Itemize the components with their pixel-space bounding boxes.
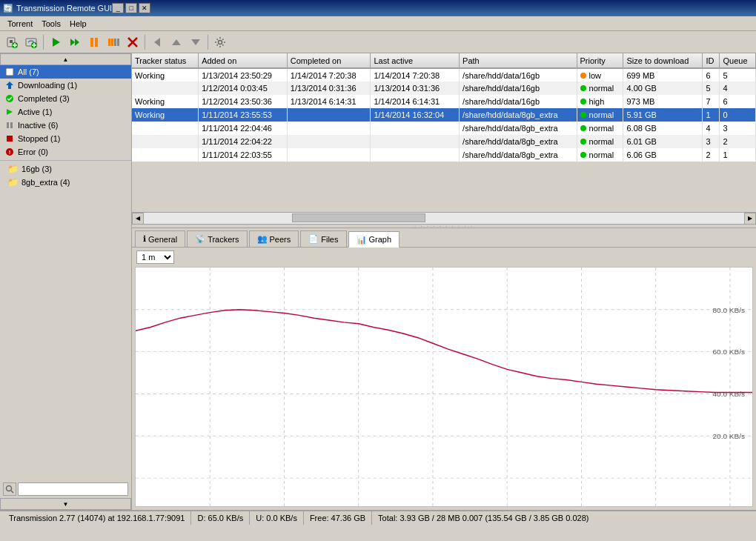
settings-button[interactable] — [211, 33, 229, 51]
table-row[interactable]: 1/11/2014 22:04:22 /share/hdd/data/8gb_e… — [132, 135, 756, 148]
sidebar-item-error[interactable]: ! Error (0) — [0, 145, 131, 159]
start-button[interactable] — [47, 33, 64, 51]
sidebar: ▲ All (7) Downloading (1) Completed (3) … — [0, 53, 132, 510]
menu-torrent[interactable]: Torrent — [3, 18, 37, 30]
table-row[interactable]: Working 1/12/2014 23:50:36 1/13/2014 6:1… — [132, 95, 756, 108]
svg-marker-26 — [6, 82, 13, 89]
h-scroll-track[interactable] — [144, 213, 744, 224]
sidebar-scroll-down[interactable]: ▼ — [0, 498, 131, 510]
pause-all-button[interactable] — [105, 33, 122, 51]
table-row[interactable]: Working 1/13/2014 23:50:29 1/14/2014 7:2… — [132, 68, 756, 82]
svg-text:!: ! — [9, 149, 11, 156]
col-size[interactable]: Size to download — [623, 53, 703, 68]
title-text: Transmission Remote GUI — [16, 4, 112, 13]
col-queue[interactable]: Queue — [720, 53, 756, 68]
svg-marker-22 — [172, 39, 181, 45]
menu-help[interactable]: Help — [65, 18, 91, 30]
stopped-icon — [4, 133, 15, 144]
sidebar-item-stopped[interactable]: Stopped (1) — [0, 132, 131, 145]
add-button[interactable] — [3, 33, 21, 51]
svg-rect-17 — [114, 39, 116, 46]
start-all-button[interactable] — [66, 33, 84, 51]
cell-id: 1 — [703, 108, 720, 122]
tab-general[interactable]: ℹ General — [135, 230, 185, 247]
h-scroll-right[interactable]: ▶ — [744, 213, 756, 225]
sidebar-item-inactive[interactable]: Inactive (6) — [0, 119, 131, 132]
detail-panel: ℹ General 📡 Trackers 👥 Peers 📄 Files 📊 — [132, 228, 756, 510]
remove-button[interactable] — [124, 33, 142, 51]
tab-files[interactable]: 📄 Files — [300, 230, 346, 247]
cell-size: 973 MB — [623, 95, 703, 108]
up-button[interactable] — [168, 33, 185, 51]
folder-item-8gb-extra[interactable]: 📁 8gb_extra (4) — [0, 176, 131, 189]
torrent-list-area: Tracker status Added on Completed on Las… — [132, 53, 756, 224]
sidebar-item-active[interactable]: Active (1) — [0, 105, 131, 119]
sidebar-scroll-up[interactable]: ▲ — [0, 53, 131, 65]
sidebar-item-all[interactable]: All (7) — [0, 65, 131, 79]
cell-tracker-status: Working — [132, 108, 199, 122]
folder-icon-8gb-extra: 📁 — [7, 177, 19, 187]
svg-marker-10 — [53, 38, 60, 47]
error-icon: ! — [4, 147, 15, 157]
cell-id: 3 — [703, 135, 720, 148]
table-row[interactable]: 1/11/2014 22:03:55 /share/hdd/data/8gb_e… — [132, 148, 756, 162]
cell-id: 5 — [703, 82, 720, 95]
col-completed-on[interactable]: Completed on — [287, 53, 371, 68]
search-input[interactable] — [18, 482, 128, 496]
cell-id: 7 — [703, 95, 720, 108]
svg-rect-15 — [108, 39, 110, 46]
close-button[interactable]: ✕ — [139, 3, 150, 13]
table-wrapper[interactable]: Tracker status Added on Completed on Las… — [132, 53, 756, 212]
cell-tracker-status: Working — [132, 95, 199, 108]
h-scroll-left[interactable]: ◀ — [132, 213, 144, 225]
pause-button[interactable] — [85, 33, 103, 51]
toolbar-sep-1 — [43, 35, 44, 50]
cell-path: /share/hdd/data/16gb — [460, 68, 577, 82]
sidebar-separator — [0, 160, 131, 161]
col-tracker-status[interactable]: Tracker status — [132, 53, 199, 68]
maximize-button[interactable]: □ — [125, 3, 137, 13]
cell-tracker-status — [132, 135, 199, 148]
cell-path: /share/hdd/data/8gb_extra — [460, 135, 577, 148]
sidebar-item-completed[interactable]: Completed (3) — [0, 92, 131, 105]
col-path[interactable]: Path — [460, 53, 577, 68]
cell-queue: 6 — [720, 95, 756, 108]
cell-completed-on — [287, 135, 371, 148]
cell-priority: normal — [577, 108, 623, 122]
time-select[interactable]: 1 m 5 m 15 m 1 h — [136, 250, 174, 264]
cell-id: 2 — [703, 148, 720, 162]
tab-trackers[interactable]: 📡 Trackers — [187, 230, 247, 247]
folder-item-16gb[interactable]: 📁 16gb (3) — [0, 162, 131, 176]
menubar: Torrent Tools Help — [0, 16, 756, 31]
down-button[interactable] — [187, 33, 205, 51]
tab-peers[interactable]: 👥 Peers — [249, 230, 299, 247]
cell-size: 4.00 GB — [623, 82, 703, 95]
add-url-button[interactable] — [22, 33, 40, 51]
menu-tools[interactable]: Tools — [37, 18, 65, 30]
cell-queue: 1 — [720, 148, 756, 162]
table-row[interactable]: 1/12/2014 0:03:45 1/13/2014 0:31:36 1/13… — [132, 82, 756, 95]
table-row[interactable]: Working 1/11/2014 23:55:53 1/14/2014 16:… — [132, 108, 756, 122]
search-area — [0, 480, 131, 498]
col-last-active[interactable]: Last active — [371, 53, 460, 68]
cell-queue: 5 — [720, 68, 756, 82]
minimize-button[interactable]: _ — [112, 3, 124, 13]
table-row[interactable]: 1/11/2014 22:04:46 /share/hdd/data/8gb_e… — [132, 122, 756, 135]
cell-added-on: 1/12/2014 23:50:36 — [199, 95, 288, 108]
col-added-on[interactable]: Added on — [199, 53, 288, 68]
cell-last-active: 1/14/2014 7:20:38 — [371, 68, 460, 82]
back-button[interactable] — [148, 33, 166, 51]
cell-completed-on — [287, 122, 371, 135]
horizontal-scrollbar[interactable]: ◀ ▶ — [132, 212, 756, 224]
cell-priority: low — [577, 68, 623, 82]
sidebar-item-downloading[interactable]: Downloading (1) — [0, 79, 131, 92]
col-id[interactable]: ID — [703, 53, 720, 68]
cell-path: /share/hdd/data/8gb_extra — [460, 122, 577, 135]
cell-completed-on: 1/14/2014 7:20:38 — [287, 68, 371, 82]
h-scroll-thumb[interactable] — [292, 213, 425, 222]
status-upload: U: 0.0 KB/s — [250, 511, 304, 525]
search-icon-button[interactable] — [3, 482, 16, 496]
tab-graph[interactable]: 📊 Graph — [348, 231, 400, 248]
cell-added-on: 1/13/2014 23:50:29 — [199, 68, 288, 82]
col-priority[interactable]: Priority — [577, 53, 623, 68]
